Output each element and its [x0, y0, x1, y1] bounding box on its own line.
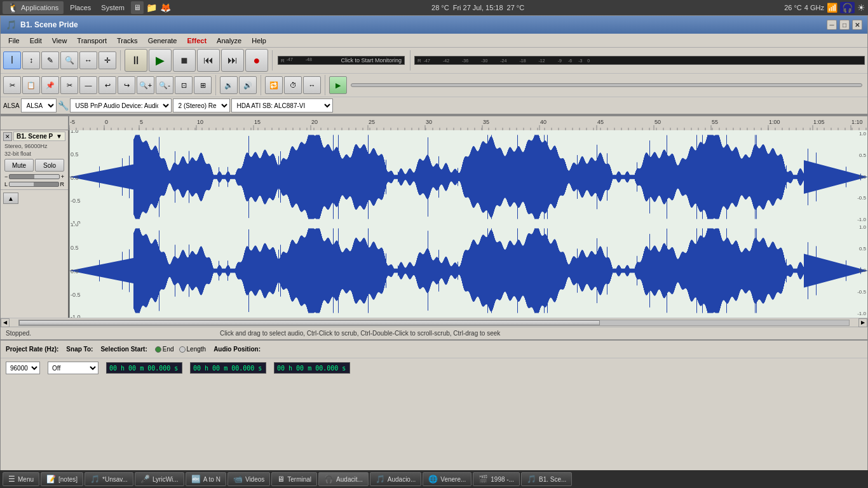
cut-btn[interactable]: ✂: [3, 76, 21, 94]
scroll-left-arrow[interactable]: ◀: [1, 318, 10, 327]
mute-button[interactable]: Mute: [4, 159, 34, 172]
network-icon: 📶: [827, 3, 837, 13]
track-header: ✕ B1. Scene P ▼ Stereo, 96000Hz 32-bit f…: [1, 130, 68, 190]
terminal-icon[interactable]: 🖥: [131, 1, 144, 14]
redo-btn[interactable]: ↪: [118, 76, 135, 94]
gain-slider[interactable]: [9, 174, 59, 179]
zoomsel-btn[interactable]: ⊞: [194, 76, 212, 94]
expand-track-button[interactable]: ▲: [3, 193, 18, 204]
tool-timeshift[interactable]: ↔: [79, 51, 97, 69]
tool-zoom[interactable]: 🔍: [60, 51, 78, 69]
tool-select[interactable]: I: [3, 51, 21, 69]
horizontal-scrollbar: ◀ ▶: [1, 318, 867, 327]
output-vu-meter[interactable]: R -47 -42 -36 -30 -24 -18 -12 -9 -6 -3 0: [414, 56, 865, 65]
places-menu[interactable]: Places: [66, 3, 95, 13]
loop-btn[interactable]: 🔁: [265, 76, 283, 94]
snap-select[interactable]: Off Nearest: [48, 362, 98, 374]
zoomfit-btn[interactable]: ⊡: [175, 76, 193, 94]
menu-analyze[interactable]: Analyze: [212, 36, 247, 46]
headphone-icon: 🎧: [840, 2, 855, 13]
project-rate-select[interactable]: 96000 44100 48000: [6, 362, 40, 374]
stop-button[interactable]: ■: [173, 49, 196, 72]
menu-generate[interactable]: Generate: [143, 36, 182, 46]
menu-view[interactable]: View: [47, 36, 72, 46]
track-mute-solo: Mute Solo: [3, 158, 65, 173]
applications-menu[interactable]: 🐧 Applications: [3, 1, 64, 14]
taskbar-audacity[interactable]: 🎧 Audacit...: [318, 472, 369, 486]
channels-select[interactable]: 2 (Stereo) Re: [173, 98, 230, 112]
bottom-controls: Project Rate (Hz): Snap To: Selection St…: [1, 339, 867, 377]
paste-btn[interactable]: 📌: [41, 76, 59, 94]
scroll-right-arrow[interactable]: ▶: [858, 318, 867, 327]
waveform-panel[interactable]: 1.0 0.5 0.0 -0.5 -1.0 1.0 0.5 0.0 -0.5 -…: [69, 130, 867, 318]
tool-multi[interactable]: ✛: [98, 51, 116, 69]
timer-btn[interactable]: ⏱: [284, 76, 302, 94]
taskbar-notes[interactable]: 📝 [notes]: [41, 472, 83, 486]
taskbar-aton[interactable]: 🔤 A to N: [186, 472, 226, 486]
audio-pos-input[interactable]: [274, 362, 350, 374]
taskbar-lyric[interactable]: 🎤 LyricWi...: [135, 472, 184, 486]
taskbar-audacious[interactable]: 🎵 Audacio...: [370, 472, 421, 486]
copy-btn[interactable]: 📋: [22, 76, 40, 94]
selection-bar: Project Rate (Hz): Snap To: Selection St…: [1, 341, 867, 358]
track-name-dropdown[interactable]: B1. Scene P ▼: [13, 132, 65, 141]
taskbar-menu[interactable]: ☰ Menu: [3, 472, 39, 486]
pan-slider[interactable]: [9, 182, 58, 187]
zoomin-btn[interactable]: 🔍+: [137, 76, 154, 94]
undo-btn[interactable]: ↩: [98, 76, 116, 94]
input-device-select[interactable]: USB PnP Audio Device: Audio (: [70, 98, 172, 112]
pause-button[interactable]: ⏸: [125, 49, 147, 72]
silence-btn[interactable]: —: [79, 76, 97, 94]
filemgr-icon[interactable]: 📁: [145, 1, 158, 14]
scrub-btn[interactable]: ↔: [303, 76, 321, 94]
rate-bar: 96000 44100 48000 Off Nearest: [1, 358, 867, 377]
scrollbar-thumb[interactable]: [19, 320, 600, 325]
end-length-input[interactable]: [190, 362, 266, 374]
taskbar-terminal[interactable]: 🖥 Terminal: [271, 472, 317, 486]
record-button[interactable]: ●: [245, 49, 268, 72]
api-select[interactable]: ALSA: [21, 98, 57, 112]
trim-btn[interactable]: ✂: [60, 76, 78, 94]
zoomout-btn[interactable]: 🔍-: [156, 76, 173, 94]
taskbar-b1scene[interactable]: 🎵 B1. Sce...: [521, 472, 572, 486]
track-close-button[interactable]: ✕: [3, 132, 12, 141]
system-menu[interactable]: System: [97, 3, 128, 13]
menu-transport[interactable]: Transport: [72, 36, 112, 46]
menu-effect[interactable]: Effect: [182, 36, 212, 46]
end-radio[interactable]: End: [155, 346, 174, 353]
scrollbar-track[interactable]: [18, 320, 850, 326]
tool-envelope[interactable]: ↕: [22, 51, 40, 69]
input-vu-meter[interactable]: R -47 -48 Click to Start Monitoring: [278, 56, 405, 65]
sel-start-input[interactable]: [106, 362, 182, 374]
monitor-label[interactable]: Click to Start Monitoring: [341, 57, 402, 64]
solo-button[interactable]: Solo: [35, 159, 64, 172]
taskbar-venere[interactable]: 🌐 Venere...: [423, 472, 471, 486]
cpu-freq: 4 GHz: [804, 4, 824, 11]
skip-fwd-button[interactable]: ⏭: [221, 49, 244, 72]
end-length-radio: End Length: [155, 346, 206, 353]
length-radio[interactable]: Length: [179, 346, 207, 353]
play-button[interactable]: ▶: [149, 49, 172, 72]
config-icon[interactable]: 🔧: [58, 100, 69, 111]
menu-edit[interactable]: Edit: [25, 36, 47, 46]
mixer-vol-down[interactable]: 🔉: [220, 76, 238, 94]
browser-icon[interactable]: 🦊: [159, 1, 172, 14]
skip-back-button[interactable]: ⏮: [197, 49, 220, 72]
maximize-button[interactable]: □: [839, 20, 850, 30]
menu-tracks[interactable]: Tracks: [112, 36, 143, 46]
mixer-vol-up[interactable]: 🔊: [239, 76, 257, 94]
minimize-button[interactable]: ─: [827, 20, 837, 30]
notes-icon: 📝: [46, 475, 56, 484]
transport-toolbar-row: I ↕ ✎ 🔍 ↔ ✛ ⏸ ▶ ■ ⏮ ⏭ ● R: [1, 48, 867, 74]
speed-slider[interactable]: [351, 83, 862, 87]
playatspeed-btn[interactable]: ▶: [329, 76, 347, 94]
tool-draw[interactable]: ✎: [41, 51, 59, 69]
taskbar-videos[interactable]: 📹 Videos: [227, 472, 270, 486]
close-button[interactable]: ✕: [852, 20, 862, 30]
menu-icon: ☰: [8, 475, 15, 484]
menu-file[interactable]: File: [3, 36, 25, 46]
taskbar-1998[interactable]: 🎬 1998 -...: [473, 472, 520, 486]
menu-help[interactable]: Help: [247, 36, 271, 46]
output-device-select[interactable]: HDA ATI SB: ALC887-VI: [231, 98, 333, 112]
taskbar-unsaved[interactable]: 🎵 *Unsav...: [85, 472, 133, 486]
